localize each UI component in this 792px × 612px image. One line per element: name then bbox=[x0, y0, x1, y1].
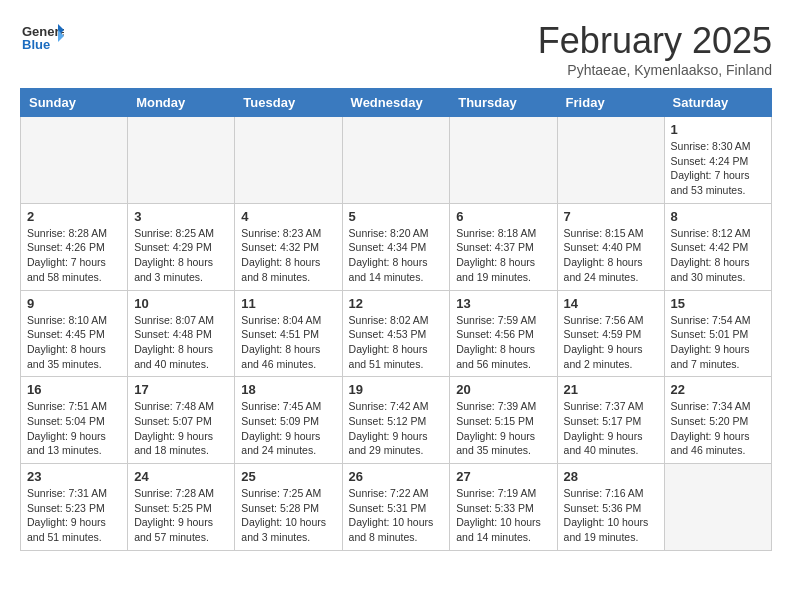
calendar-day-cell: 1Sunrise: 8:30 AM Sunset: 4:24 PM Daylig… bbox=[664, 117, 771, 204]
day-number: 13 bbox=[456, 296, 550, 311]
calendar-week-row: 23Sunrise: 7:31 AM Sunset: 5:23 PM Dayli… bbox=[21, 464, 772, 551]
calendar-body: 1Sunrise: 8:30 AM Sunset: 4:24 PM Daylig… bbox=[21, 117, 772, 551]
day-number: 26 bbox=[349, 469, 444, 484]
title-block: February 2025 Pyhtaeae, Kymenlaakso, Fin… bbox=[538, 20, 772, 78]
calendar-day-cell: 19Sunrise: 7:42 AM Sunset: 5:12 PM Dayli… bbox=[342, 377, 450, 464]
calendar-day-cell: 23Sunrise: 7:31 AM Sunset: 5:23 PM Dayli… bbox=[21, 464, 128, 551]
day-number: 12 bbox=[349, 296, 444, 311]
day-info: Sunrise: 7:59 AM Sunset: 4:56 PM Dayligh… bbox=[456, 313, 550, 372]
calendar-day-cell: 14Sunrise: 7:56 AM Sunset: 4:59 PM Dayli… bbox=[557, 290, 664, 377]
calendar-day-cell: 5Sunrise: 8:20 AM Sunset: 4:34 PM Daylig… bbox=[342, 203, 450, 290]
day-info: Sunrise: 8:30 AM Sunset: 4:24 PM Dayligh… bbox=[671, 139, 765, 198]
day-number: 9 bbox=[27, 296, 121, 311]
day-number: 3 bbox=[134, 209, 228, 224]
day-info: Sunrise: 7:34 AM Sunset: 5:20 PM Dayligh… bbox=[671, 399, 765, 458]
day-number: 11 bbox=[241, 296, 335, 311]
calendar-day-cell: 18Sunrise: 7:45 AM Sunset: 5:09 PM Dayli… bbox=[235, 377, 342, 464]
day-info: Sunrise: 8:23 AM Sunset: 4:32 PM Dayligh… bbox=[241, 226, 335, 285]
calendar-day-cell: 4Sunrise: 8:23 AM Sunset: 4:32 PM Daylig… bbox=[235, 203, 342, 290]
day-info: Sunrise: 8:12 AM Sunset: 4:42 PM Dayligh… bbox=[671, 226, 765, 285]
calendar-day-header: Sunday bbox=[21, 89, 128, 117]
day-info: Sunrise: 8:18 AM Sunset: 4:37 PM Dayligh… bbox=[456, 226, 550, 285]
calendar-day-cell bbox=[21, 117, 128, 204]
calendar-day-cell: 17Sunrise: 7:48 AM Sunset: 5:07 PM Dayli… bbox=[128, 377, 235, 464]
day-number: 14 bbox=[564, 296, 658, 311]
day-number: 15 bbox=[671, 296, 765, 311]
day-number: 4 bbox=[241, 209, 335, 224]
day-number: 23 bbox=[27, 469, 121, 484]
day-info: Sunrise: 7:39 AM Sunset: 5:15 PM Dayligh… bbox=[456, 399, 550, 458]
day-number: 8 bbox=[671, 209, 765, 224]
svg-text:Blue: Blue bbox=[22, 37, 50, 52]
calendar-week-row: 2Sunrise: 8:28 AM Sunset: 4:26 PM Daylig… bbox=[21, 203, 772, 290]
calendar-day-cell: 3Sunrise: 8:25 AM Sunset: 4:29 PM Daylig… bbox=[128, 203, 235, 290]
day-number: 27 bbox=[456, 469, 550, 484]
day-number: 7 bbox=[564, 209, 658, 224]
day-info: Sunrise: 8:15 AM Sunset: 4:40 PM Dayligh… bbox=[564, 226, 658, 285]
location: Pyhtaeae, Kymenlaakso, Finland bbox=[538, 62, 772, 78]
calendar-day-cell: 21Sunrise: 7:37 AM Sunset: 5:17 PM Dayli… bbox=[557, 377, 664, 464]
calendar-day-header: Wednesday bbox=[342, 89, 450, 117]
day-info: Sunrise: 7:56 AM Sunset: 4:59 PM Dayligh… bbox=[564, 313, 658, 372]
calendar-day-header: Saturday bbox=[664, 89, 771, 117]
calendar-header-row: SundayMondayTuesdayWednesdayThursdayFrid… bbox=[21, 89, 772, 117]
calendar-day-cell: 9Sunrise: 8:10 AM Sunset: 4:45 PM Daylig… bbox=[21, 290, 128, 377]
calendar-day-cell: 12Sunrise: 8:02 AM Sunset: 4:53 PM Dayli… bbox=[342, 290, 450, 377]
calendar-day-cell: 26Sunrise: 7:22 AM Sunset: 5:31 PM Dayli… bbox=[342, 464, 450, 551]
day-info: Sunrise: 7:25 AM Sunset: 5:28 PM Dayligh… bbox=[241, 486, 335, 545]
day-number: 1 bbox=[671, 122, 765, 137]
calendar-day-cell: 28Sunrise: 7:16 AM Sunset: 5:36 PM Dayli… bbox=[557, 464, 664, 551]
day-info: Sunrise: 8:20 AM Sunset: 4:34 PM Dayligh… bbox=[349, 226, 444, 285]
calendar-table: SundayMondayTuesdayWednesdayThursdayFrid… bbox=[20, 88, 772, 551]
day-info: Sunrise: 7:48 AM Sunset: 5:07 PM Dayligh… bbox=[134, 399, 228, 458]
day-number: 5 bbox=[349, 209, 444, 224]
day-info: Sunrise: 8:04 AM Sunset: 4:51 PM Dayligh… bbox=[241, 313, 335, 372]
calendar-day-cell: 2Sunrise: 8:28 AM Sunset: 4:26 PM Daylig… bbox=[21, 203, 128, 290]
day-info: Sunrise: 8:10 AM Sunset: 4:45 PM Dayligh… bbox=[27, 313, 121, 372]
logo: General Blue bbox=[20, 20, 64, 52]
day-info: Sunrise: 7:22 AM Sunset: 5:31 PM Dayligh… bbox=[349, 486, 444, 545]
day-number: 2 bbox=[27, 209, 121, 224]
calendar-day-cell bbox=[128, 117, 235, 204]
calendar-day-cell: 20Sunrise: 7:39 AM Sunset: 5:15 PM Dayli… bbox=[450, 377, 557, 464]
calendar-day-cell: 6Sunrise: 8:18 AM Sunset: 4:37 PM Daylig… bbox=[450, 203, 557, 290]
calendar-day-cell: 27Sunrise: 7:19 AM Sunset: 5:33 PM Dayli… bbox=[450, 464, 557, 551]
day-info: Sunrise: 7:45 AM Sunset: 5:09 PM Dayligh… bbox=[241, 399, 335, 458]
day-number: 25 bbox=[241, 469, 335, 484]
day-number: 6 bbox=[456, 209, 550, 224]
day-info: Sunrise: 7:19 AM Sunset: 5:33 PM Dayligh… bbox=[456, 486, 550, 545]
logo-icon: General Blue bbox=[20, 20, 64, 52]
calendar-day-header: Monday bbox=[128, 89, 235, 117]
month-title: February 2025 bbox=[538, 20, 772, 62]
calendar-day-cell: 22Sunrise: 7:34 AM Sunset: 5:20 PM Dayli… bbox=[664, 377, 771, 464]
day-number: 24 bbox=[134, 469, 228, 484]
day-info: Sunrise: 7:31 AM Sunset: 5:23 PM Dayligh… bbox=[27, 486, 121, 545]
day-number: 22 bbox=[671, 382, 765, 397]
day-info: Sunrise: 8:07 AM Sunset: 4:48 PM Dayligh… bbox=[134, 313, 228, 372]
calendar-day-cell bbox=[235, 117, 342, 204]
day-info: Sunrise: 8:25 AM Sunset: 4:29 PM Dayligh… bbox=[134, 226, 228, 285]
calendar-day-cell: 16Sunrise: 7:51 AM Sunset: 5:04 PM Dayli… bbox=[21, 377, 128, 464]
day-info: Sunrise: 7:16 AM Sunset: 5:36 PM Dayligh… bbox=[564, 486, 658, 545]
day-number: 19 bbox=[349, 382, 444, 397]
day-info: Sunrise: 7:42 AM Sunset: 5:12 PM Dayligh… bbox=[349, 399, 444, 458]
calendar-day-cell: 10Sunrise: 8:07 AM Sunset: 4:48 PM Dayli… bbox=[128, 290, 235, 377]
day-info: Sunrise: 7:28 AM Sunset: 5:25 PM Dayligh… bbox=[134, 486, 228, 545]
calendar-day-header: Friday bbox=[557, 89, 664, 117]
calendar-day-cell bbox=[450, 117, 557, 204]
calendar-day-cell: 15Sunrise: 7:54 AM Sunset: 5:01 PM Dayli… bbox=[664, 290, 771, 377]
day-number: 18 bbox=[241, 382, 335, 397]
calendar-day-cell bbox=[342, 117, 450, 204]
calendar-day-header: Tuesday bbox=[235, 89, 342, 117]
day-number: 17 bbox=[134, 382, 228, 397]
day-info: Sunrise: 7:51 AM Sunset: 5:04 PM Dayligh… bbox=[27, 399, 121, 458]
calendar-week-row: 1Sunrise: 8:30 AM Sunset: 4:24 PM Daylig… bbox=[21, 117, 772, 204]
day-number: 21 bbox=[564, 382, 658, 397]
calendar-day-header: Thursday bbox=[450, 89, 557, 117]
day-number: 20 bbox=[456, 382, 550, 397]
day-info: Sunrise: 8:02 AM Sunset: 4:53 PM Dayligh… bbox=[349, 313, 444, 372]
day-info: Sunrise: 7:37 AM Sunset: 5:17 PM Dayligh… bbox=[564, 399, 658, 458]
day-number: 16 bbox=[27, 382, 121, 397]
calendar-day-cell: 8Sunrise: 8:12 AM Sunset: 4:42 PM Daylig… bbox=[664, 203, 771, 290]
day-number: 28 bbox=[564, 469, 658, 484]
